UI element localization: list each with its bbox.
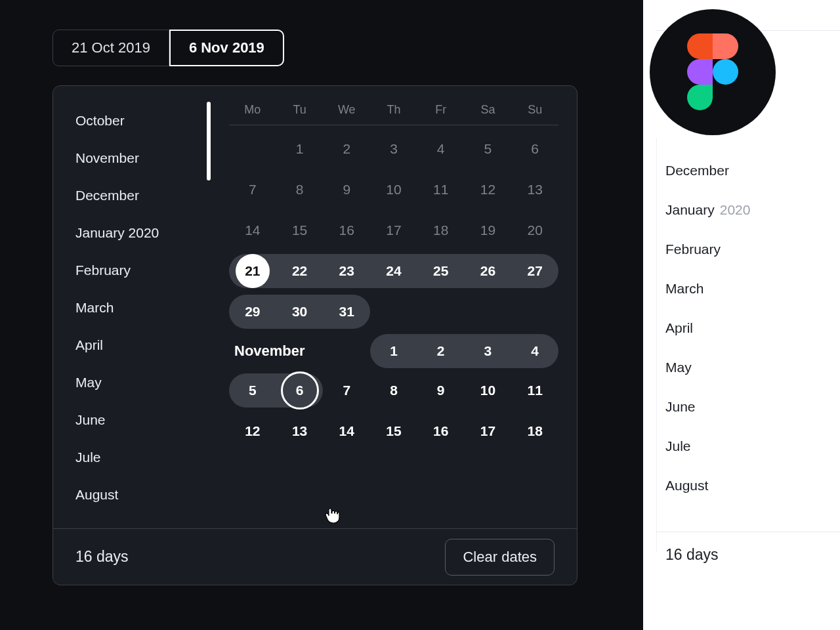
calendar-day[interactable]: 18 — [511, 411, 558, 451]
calendar-day[interactable]: 14 — [229, 211, 276, 250]
figma-logo-icon — [687, 33, 738, 111]
calendar-day[interactable]: 27 — [511, 251, 558, 291]
calendar-week: 293031 — [229, 292, 558, 331]
month-item[interactable]: March — [665, 269, 750, 308]
calendar-day[interactable]: 3 — [465, 331, 512, 371]
clear-dates-button[interactable]: Clear dates — [445, 539, 555, 576]
date-inputs: 21 Oct 2019 6 Nov 2019 — [52, 30, 284, 66]
months-column-light: DecemberJanuary2020FebruaryMarchAprilMay… — [665, 151, 750, 505]
date-range-picker-light: DecemberJanuary2020FebruaryMarchAprilMay… — [643, 0, 840, 630]
calendar-day[interactable]: 7 — [229, 170, 276, 209]
calendar-day[interactable]: 15 — [276, 211, 324, 250]
month-item[interactable]: February — [75, 251, 211, 289]
dow-cell: Sa — [465, 99, 512, 121]
month-item[interactable]: June — [665, 387, 750, 427]
month-item[interactable]: January 2020 — [75, 214, 211, 251]
divider — [656, 532, 840, 532]
calendar-day[interactable]: 11 — [417, 170, 465, 209]
month-item[interactable]: December — [75, 177, 211, 214]
calendar-day[interactable]: 6 — [276, 371, 324, 410]
month-item[interactable]: June — [75, 401, 211, 438]
calendar-day[interactable]: 15 — [370, 411, 417, 451]
divider — [229, 125, 558, 125]
dow-cell: Th — [370, 99, 417, 121]
month-label-november: November — [229, 343, 370, 360]
month-item[interactable]: October — [75, 102, 211, 139]
calendar-day[interactable]: 14 — [323, 411, 370, 451]
calendar-day[interactable]: 9 — [323, 170, 370, 209]
calendar-week: 78910111213 — [229, 170, 558, 209]
calendar-day[interactable]: 8 — [276, 170, 324, 209]
month-label-row: November 1234 — [229, 331, 558, 371]
calendar-day[interactable]: 24 — [370, 251, 417, 291]
month-item[interactable]: February — [665, 230, 750, 269]
calendar-day[interactable]: 30 — [276, 292, 324, 331]
calendar-day[interactable]: 25 — [417, 251, 465, 291]
calendar-day[interactable]: 12 — [465, 170, 512, 209]
calendar-day[interactable]: 10 — [370, 170, 417, 209]
calendar-day[interactable]: 18 — [417, 211, 465, 250]
month-item[interactable]: November — [75, 139, 211, 177]
calendar-day[interactable]: 29 — [229, 292, 276, 331]
dow-cell: Tu — [276, 99, 324, 121]
month-item[interactable]: Jule — [665, 427, 750, 466]
calendar-day[interactable]: 26 — [465, 251, 512, 291]
calendar-day[interactable]: 1 — [370, 331, 417, 371]
calendar-day[interactable]: 9 — [417, 371, 465, 410]
scrollbar-thumb[interactable] — [207, 102, 211, 180]
calendar-day[interactable]: 23 — [323, 251, 370, 291]
calendar-day[interactable]: 6 — [511, 129, 558, 169]
calendar-day[interactable]: 22 — [276, 251, 324, 291]
dow-cell: We — [323, 99, 370, 121]
figma-badge — [650, 9, 776, 135]
date-range-picker-dark: 21 Oct 2019 6 Nov 2019 OctoberNovemberDe… — [0, 0, 643, 630]
calendar-day[interactable]: 20 — [511, 211, 558, 250]
month-item[interactable]: April — [75, 326, 211, 364]
start-date-input[interactable]: 21 Oct 2019 — [52, 30, 169, 66]
month-item[interactable]: August — [665, 466, 750, 505]
picker-panel: OctoberNovemberDecemberJanuary 2020Febru… — [52, 85, 578, 585]
calendar-day[interactable]: 16 — [417, 411, 465, 451]
calendar-day[interactable]: 13 — [511, 170, 558, 209]
calendar-day[interactable]: 7 — [323, 371, 370, 410]
calendar-day[interactable]: 19 — [465, 211, 512, 250]
dow-cell: Fr — [417, 99, 465, 121]
end-date-input[interactable]: 6 Nov 2019 — [169, 30, 284, 66]
calendar-day[interactable]: 4 — [417, 129, 465, 169]
calendar-day[interactable]: 12 — [229, 411, 276, 451]
calendar-week: 14151617181920 — [229, 211, 558, 250]
calendar-day[interactable]: 2 — [323, 129, 370, 169]
month-item[interactable]: March — [75, 289, 211, 326]
calendar-day[interactable]: 11 — [511, 371, 558, 410]
calendar-day[interactable]: 16 — [323, 211, 370, 250]
month-item[interactable]: August — [75, 476, 211, 513]
month-item[interactable]: January2020 — [665, 190, 750, 230]
month-item[interactable]: Jule — [75, 438, 211, 476]
month-item[interactable]: December — [665, 151, 750, 190]
calendar-day[interactable]: 5 — [465, 129, 512, 169]
dow-cell: Su — [511, 99, 558, 121]
calendar-day[interactable]: 8 — [370, 371, 417, 410]
picker-footer: 16 days Clear dates — [53, 528, 577, 585]
duration-label-light: 16 days — [665, 546, 719, 564]
calendar-day[interactable]: 31 — [323, 292, 370, 331]
calendar-day[interactable]: 10 — [465, 371, 512, 410]
calendar-day[interactable]: 13 — [276, 411, 324, 451]
calendar-week: 21222324252627 — [229, 251, 558, 291]
dow-cell: Mo — [229, 99, 276, 121]
calendar-week: 123456 — [229, 129, 558, 169]
duration-label: 16 days — [75, 548, 129, 566]
month-item[interactable]: May — [665, 348, 750, 387]
months-column: OctoberNovemberDecemberJanuary 2020Febru… — [53, 86, 211, 528]
calendar-day[interactable]: 1 — [276, 129, 324, 169]
divider — [656, 138, 657, 551]
month-item[interactable]: April — [665, 308, 750, 348]
calendar-day[interactable]: 17 — [465, 411, 512, 451]
calendar-day[interactable]: 5 — [229, 371, 276, 410]
calendar-day[interactable]: 21 — [229, 251, 276, 291]
calendar-day[interactable]: 4 — [511, 331, 558, 371]
calendar-day[interactable]: 2 — [417, 331, 465, 371]
calendar-day[interactable]: 17 — [370, 211, 417, 250]
month-item[interactable]: May — [75, 364, 211, 401]
calendar-day[interactable]: 3 — [370, 129, 417, 169]
